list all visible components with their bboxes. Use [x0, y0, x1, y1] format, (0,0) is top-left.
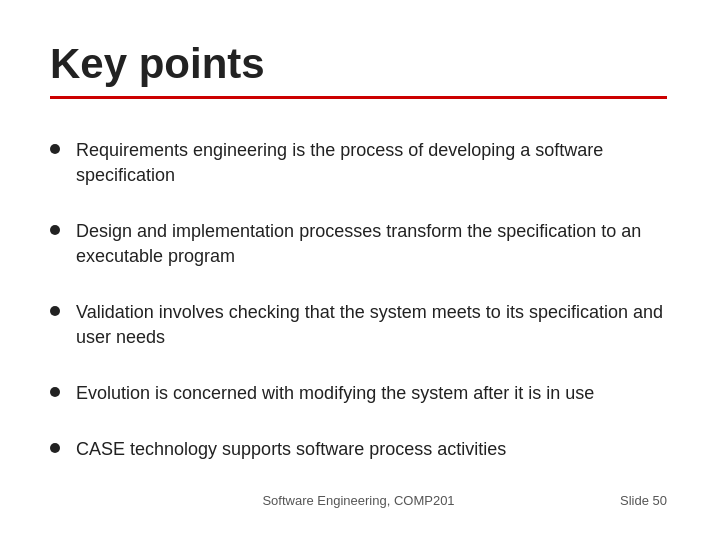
- bullet-text: Design and implementation processes tran…: [76, 219, 667, 269]
- list-item: Validation involves checking that the sy…: [50, 300, 667, 350]
- bullet-text: Validation involves checking that the sy…: [76, 300, 667, 350]
- list-item: Evolution is concerned with modifying th…: [50, 381, 667, 406]
- footer-center-text: Software Engineering, COMP201: [262, 493, 454, 508]
- slide: Key points Requirements engineering is t…: [0, 0, 717, 538]
- list-item: Requirements engineering is the process …: [50, 138, 667, 188]
- bullet-text: Requirements engineering is the process …: [76, 138, 667, 188]
- bullet-dot: [50, 387, 60, 397]
- list-item: CASE technology supports software proces…: [50, 437, 667, 462]
- list-item: Design and implementation processes tran…: [50, 219, 667, 269]
- footer-slide-number: Slide 50: [620, 493, 667, 508]
- footer: Software Engineering, COMP201 Slide 50: [50, 493, 667, 508]
- bullet-dot: [50, 144, 60, 154]
- bullet-list: Requirements engineering is the process …: [50, 123, 667, 477]
- bullet-dot: [50, 306, 60, 316]
- bullet-text: Evolution is concerned with modifying th…: [76, 381, 667, 406]
- bullet-dot: [50, 225, 60, 235]
- slide-title: Key points: [50, 40, 667, 88]
- bullet-dot: [50, 443, 60, 453]
- title-underline: [50, 96, 667, 99]
- bullet-text: CASE technology supports software proces…: [76, 437, 667, 462]
